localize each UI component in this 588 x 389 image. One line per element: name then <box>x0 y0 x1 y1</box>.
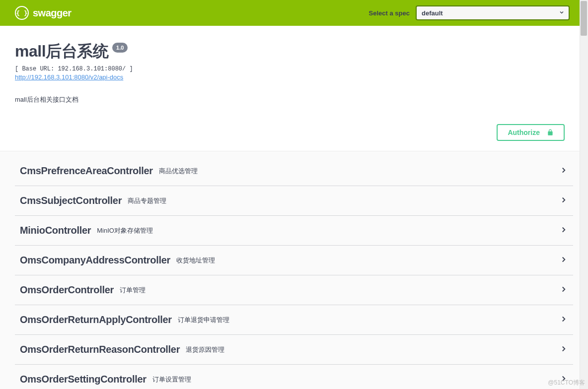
scrollbar[interactable] <box>580 0 588 389</box>
tag-description: 退货原因管理 <box>186 345 224 354</box>
spec-label: Select a spec <box>369 9 410 17</box>
tag-name: OmsOrderSettingController <box>20 374 147 385</box>
scrollbar-thumb[interactable] <box>581 1 587 36</box>
lock-icon <box>547 129 554 136</box>
chevron-right-icon <box>559 195 568 206</box>
tag-item[interactable]: CmsPrefrenceAreaController商品优选管理 <box>15 156 573 186</box>
api-description: mall后台相关接口文档 <box>15 95 565 104</box>
tag-description: 订单设置管理 <box>152 375 191 384</box>
tag-item[interactable]: OmsOrderSettingController订单设置管理 <box>15 365 573 389</box>
chevron-right-icon <box>559 255 568 266</box>
api-info: mall后台系统 1.0 [ Base URL: 192.168.3.101:8… <box>0 26 580 124</box>
swagger-logo[interactable]: { } swagger <box>15 6 72 20</box>
tag-description: 商品优选管理 <box>159 167 198 176</box>
tag-name: OmsOrderController <box>20 284 114 296</box>
chevron-right-icon <box>559 315 568 325</box>
logo-text: swagger <box>33 7 72 19</box>
api-docs-link[interactable]: http://192.168.3.101:8080/v2/api-docs <box>15 73 123 81</box>
chevron-right-icon <box>559 285 568 296</box>
swagger-icon: { } <box>15 6 29 20</box>
tag-name: OmsOrderReturnApplyController <box>20 314 172 325</box>
api-title: mall后台系统 <box>15 41 108 63</box>
tag-item[interactable]: MinioControllerMinIO对象存储管理 <box>15 216 573 246</box>
topbar: { } swagger Select a spec default <box>0 0 580 26</box>
authorize-button[interactable]: Authorize <box>497 124 565 141</box>
tag-item[interactable]: CmsSubjectController商品专题管理 <box>15 186 573 216</box>
version-badge: 1.0 <box>112 43 128 53</box>
tag-item[interactable]: OmsCompanyAddressController收货地址管理 <box>15 246 573 275</box>
chevron-right-icon <box>559 344 568 355</box>
chevron-right-icon <box>559 166 568 177</box>
tags-list: CmsPrefrenceAreaController商品优选管理CmsSubje… <box>0 151 588 389</box>
tag-name: OmsOrderReturnReasonController <box>20 344 180 355</box>
tag-name: CmsSubjectController <box>20 195 122 206</box>
tag-description: 商品专题管理 <box>128 196 166 205</box>
watermark: @51CTO博客 <box>548 379 585 387</box>
tag-item[interactable]: OmsOrderReturnReasonController退货原因管理 <box>15 335 573 365</box>
tag-description: 收货地址管理 <box>176 256 215 265</box>
tag-name: OmsCompanyAddressController <box>20 255 170 266</box>
spec-select[interactable]: default <box>416 5 570 20</box>
tag-description: 订单退货申请管理 <box>178 316 229 324</box>
tag-item[interactable]: OmsOrderController订单管理 <box>15 275 573 305</box>
base-url: [ Base URL: 192.168.3.101:8080/ ] <box>15 65 565 72</box>
tag-item[interactable]: OmsOrderReturnApplyController订单退货申请管理 <box>15 305 573 335</box>
tag-name: MinioController <box>20 225 91 236</box>
tag-description: 订单管理 <box>120 286 146 295</box>
tag-description: MinIO对象存储管理 <box>97 226 153 235</box>
authorize-label: Authorize <box>508 129 540 136</box>
chevron-right-icon <box>559 225 568 236</box>
tag-name: CmsPrefrenceAreaController <box>20 165 153 177</box>
